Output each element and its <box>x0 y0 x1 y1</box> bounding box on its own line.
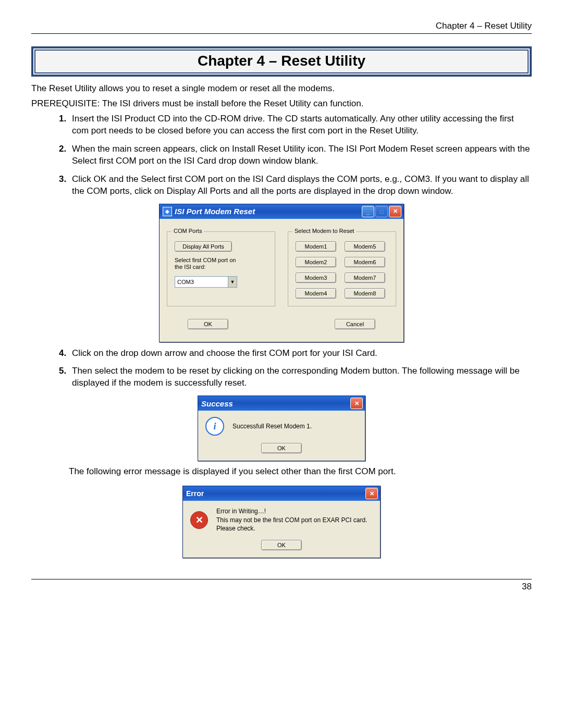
ok-button[interactable]: OK <box>261 540 302 550</box>
step-1: Insert the ISI Product CD into the CD-RO… <box>69 113 532 137</box>
success-window: Success ✕ i Successfull Reset Modem 1. O… <box>198 396 365 461</box>
modem2-button[interactable]: Modem2 <box>296 257 336 267</box>
error-icon: ✕ <box>190 511 208 529</box>
com-ports-legend: COM Ports <box>172 228 204 234</box>
window-title: ISI Port Modem Reset <box>175 207 362 216</box>
error-window: Error ✕ ✕ Error in Writing…! This may no… <box>182 486 381 558</box>
after-success-note: The following error message is displayed… <box>69 466 532 477</box>
app-icon: ◆ <box>163 207 172 216</box>
step-2: When the main screen appears, click on I… <box>69 143 532 167</box>
step-4: Click on the drop down arrow and choose … <box>69 348 532 360</box>
com-port-value: COM3 <box>175 279 228 285</box>
titlebar[interactable]: Success ✕ <box>198 396 365 411</box>
intro-paragraph-2: PREREQUISITE: The ISI drivers must be in… <box>31 98 532 110</box>
error-message: Error in Writing…! This may not be the f… <box>216 507 367 533</box>
modem8-button[interactable]: Modem8 <box>345 288 385 299</box>
modem6-button[interactable]: Modem6 <box>345 257 385 267</box>
titlebar[interactable]: Error ✕ <box>183 486 380 501</box>
ok-button[interactable]: OK <box>261 443 302 453</box>
modem3-button[interactable]: Modem3 <box>296 273 336 283</box>
com-port-dropdown[interactable]: COM3 ▼ <box>175 276 237 288</box>
step-3: Click OK and the Select first COM port o… <box>69 174 532 198</box>
error-line-1: Error in Writing…! <box>216 507 367 515</box>
chapter-banner: Chapter 4 – Reset Utility <box>31 46 532 77</box>
chapter-title: Chapter 4 – Reset Utility <box>198 53 365 69</box>
window-title: Success <box>201 399 350 408</box>
close-button[interactable]: ✕ <box>389 206 401 217</box>
minimize-button[interactable]: _ <box>362 206 374 217</box>
ok-button[interactable]: OK <box>188 319 228 329</box>
window-title: Error <box>186 489 365 498</box>
running-header: Chapter 4 – Reset Utility <box>31 21 532 34</box>
success-message: Successfull Reset Modem 1. <box>232 422 312 430</box>
info-icon: i <box>205 417 224 436</box>
error-line-3: Please check. <box>216 524 367 533</box>
page-number: 38 <box>31 579 532 592</box>
step-5: Then select the modem to be reset by cli… <box>69 365 532 389</box>
modem1-button[interactable]: Modem1 <box>296 241 336 252</box>
isi-reset-window: ◆ ISI Port Modem Reset _ □ ✕ COM Ports D… <box>159 204 404 342</box>
select-modem-legend: Select Modem to Reset <box>292 228 356 234</box>
display-all-ports-button[interactable]: Display All Ports <box>175 241 232 252</box>
modem5-button[interactable]: Modem5 <box>345 241 385 252</box>
titlebar[interactable]: ◆ ISI Port Modem Reset _ □ ✕ <box>160 204 403 219</box>
close-button[interactable]: ✕ <box>350 398 363 409</box>
select-port-label: Select first COM port on the ISI card: <box>175 257 242 272</box>
intro-paragraph-1: The Reset Utility allows you to reset a … <box>31 83 532 95</box>
close-button[interactable]: ✕ <box>365 488 378 499</box>
modem4-button[interactable]: Modem4 <box>296 288 336 299</box>
error-line-2: This may not be the first COM port on EX… <box>216 516 367 524</box>
modem7-button[interactable]: Modem7 <box>345 273 385 283</box>
cancel-button[interactable]: Cancel <box>335 319 375 329</box>
chevron-down-icon[interactable]: ▼ <box>228 277 237 287</box>
maximize-button: □ <box>375 206 388 217</box>
